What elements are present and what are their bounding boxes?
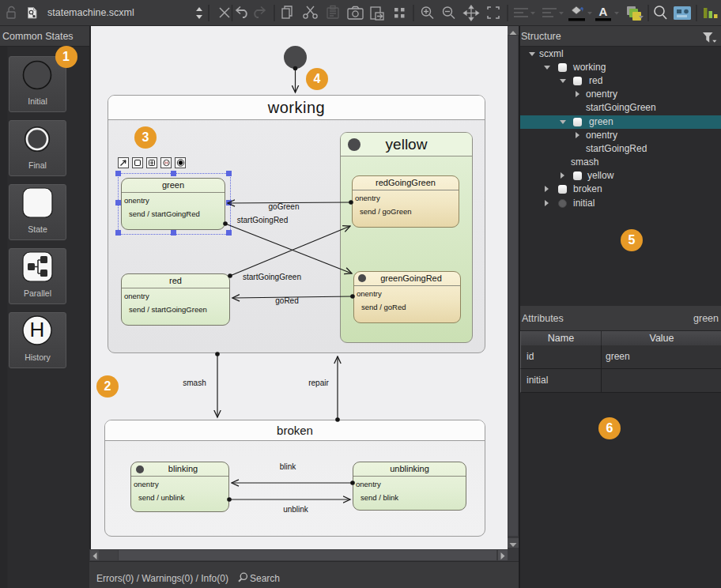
svg-text:A: A [599,5,608,18]
svg-text:H: H [30,318,45,341]
